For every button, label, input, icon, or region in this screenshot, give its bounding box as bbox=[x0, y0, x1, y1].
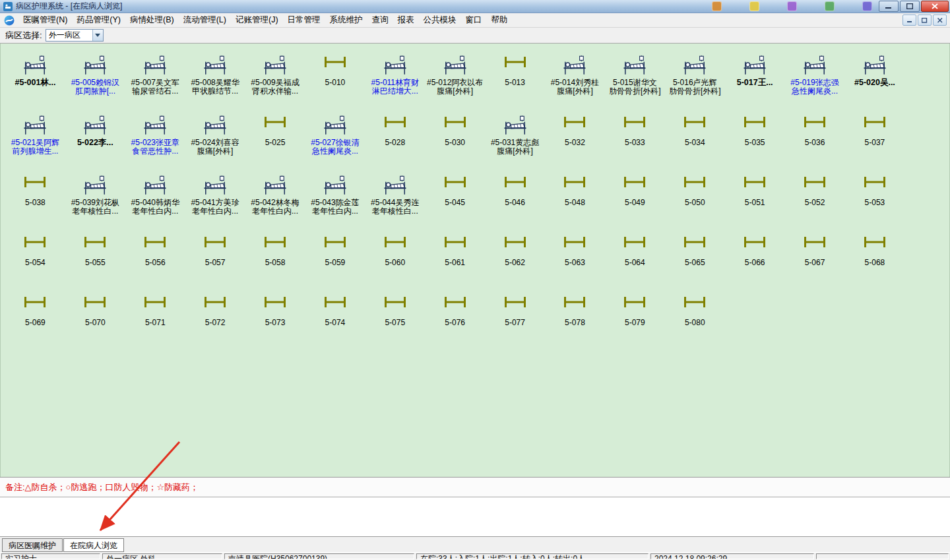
menu-item[interactable]: 公共模块 bbox=[419, 13, 461, 28]
bed-cell[interactable]: 5-073 bbox=[245, 286, 305, 346]
bed-cell[interactable]: 5-070 bbox=[65, 286, 125, 346]
bed-label: 5-038 bbox=[25, 198, 46, 207]
bed-cell[interactable]: #5-008吴耀华甲状腺结节... bbox=[185, 46, 245, 106]
bed-cell[interactable]: 5-037 bbox=[844, 106, 904, 166]
bed-cell[interactable]: 5-010 bbox=[305, 46, 365, 106]
bed-cell[interactable]: 5-016卢光辉肋骨骨折[外科] bbox=[665, 46, 725, 106]
bed-cell[interactable]: 5-033 bbox=[605, 106, 665, 166]
mdi-close-button[interactable] bbox=[933, 15, 947, 26]
bed-cell[interactable]: 5-069 bbox=[5, 286, 65, 346]
bed-cell[interactable]: 5-059 bbox=[305, 226, 365, 286]
bed-cell[interactable]: 5-072 bbox=[185, 286, 245, 346]
bed-label: #5-012阿衣以布 bbox=[427, 78, 483, 87]
bed-cell[interactable]: 5-013 bbox=[485, 46, 545, 106]
bed-cell[interactable]: #5-011林育财淋巴结增大... bbox=[365, 46, 425, 106]
bed-cell[interactable]: 5-015谢华文肋骨骨折[外科] bbox=[605, 46, 665, 106]
minimize-button[interactable] bbox=[879, 1, 899, 12]
maximize-button[interactable] bbox=[900, 1, 920, 12]
bed-cell[interactable]: #5-014刘秀桂腹痛[外科] bbox=[545, 46, 605, 106]
bed-cell[interactable]: #5-009吴福成肾积水伴输... bbox=[245, 46, 305, 106]
bed-cell[interactable]: 5-049 bbox=[605, 166, 665, 226]
bed-cell[interactable]: 5-053 bbox=[844, 166, 904, 226]
chevron-down-icon[interactable] bbox=[92, 30, 103, 41]
bed-cell[interactable]: 5-065 bbox=[665, 226, 725, 286]
menu-item[interactable]: 药品管理(Y) bbox=[72, 13, 125, 28]
menu-item[interactable]: 记账管理(J) bbox=[231, 13, 283, 28]
bed-cell[interactable]: #5-023张亚章食管恶性肿... bbox=[125, 106, 185, 166]
bed-cell[interactable]: #5-019张志强急性阑尾炎... bbox=[785, 46, 845, 106]
bed-cell[interactable]: 5-074 bbox=[305, 286, 365, 346]
bed-cell[interactable]: 5-062 bbox=[485, 226, 545, 286]
bed-cell[interactable]: #5-024刘喜容腹痛[外科] bbox=[185, 106, 245, 166]
bed-cell[interactable]: #5-042林冬梅老年性白内... bbox=[245, 166, 305, 226]
bed-cell[interactable]: 5-061 bbox=[425, 226, 485, 286]
bed-cell[interactable]: 5-063 bbox=[545, 226, 605, 286]
tab-inpatient-browse[interactable]: 在院病人浏览 bbox=[63, 538, 124, 552]
bed-label: #5-014刘秀桂 bbox=[551, 78, 599, 87]
bed-cell[interactable]: 5-017王... bbox=[725, 46, 785, 106]
bed-cell[interactable]: #5-005赖锦汉肛周脓肿[... bbox=[65, 46, 125, 106]
bed-cell[interactable]: 5-051 bbox=[725, 166, 785, 226]
bed-cell[interactable]: 5-035 bbox=[725, 106, 785, 166]
bed-cell[interactable]: 5-077 bbox=[485, 286, 545, 346]
bed-cell[interactable]: 5-034 bbox=[665, 106, 725, 166]
bed-cell[interactable]: 5-038 bbox=[5, 166, 65, 226]
menu-item[interactable]: 帮助 bbox=[487, 13, 513, 28]
bed-cell[interactable]: 5-052 bbox=[785, 166, 845, 226]
bed-label: 5-067 bbox=[805, 258, 825, 267]
bed-cell[interactable]: #5-001林... bbox=[5, 46, 65, 106]
bed-cell[interactable]: 5-076 bbox=[425, 286, 485, 346]
bed-cell[interactable]: 5-078 bbox=[545, 286, 605, 346]
bed-cell[interactable]: 5-054 bbox=[5, 226, 65, 286]
menu-item[interactable]: 病情处理(B) bbox=[125, 13, 179, 28]
bed-cell[interactable]: 5-068 bbox=[844, 226, 904, 286]
close-button[interactable] bbox=[921, 1, 949, 12]
bed-cell[interactable]: 5-060 bbox=[365, 226, 425, 286]
bed-cell[interactable]: #5-040韩炳华老年性白内... bbox=[125, 166, 185, 226]
menu-item[interactable]: 日常管理 bbox=[283, 13, 325, 28]
bed-cell[interactable]: 5-050 bbox=[665, 166, 725, 226]
bed-cell[interactable]: 5-055 bbox=[65, 226, 125, 286]
bed-cell[interactable]: #5-039刘花枞老年核性白... bbox=[65, 166, 125, 226]
bed-cell[interactable]: 5-046 bbox=[485, 166, 545, 226]
bed-cell[interactable]: #5-021吴阿辉前列腺增生... bbox=[5, 106, 65, 166]
bed-cell[interactable]: #5-043陈金莲老年性白内... bbox=[305, 166, 365, 226]
bed-cell[interactable]: #5-020吴... bbox=[844, 46, 904, 106]
menu-item[interactable]: 查询 bbox=[367, 13, 393, 28]
bed-cell[interactable]: 5-071 bbox=[125, 286, 185, 346]
bed-cell[interactable]: 5-045 bbox=[425, 166, 485, 226]
mdi-minimize-button[interactable] bbox=[902, 15, 916, 26]
bed-cell[interactable]: 5-080 bbox=[665, 286, 725, 346]
menu-item[interactable]: 报表 bbox=[393, 13, 419, 28]
bed-cell[interactable]: 5-056 bbox=[125, 226, 185, 286]
bed-cell[interactable]: 5-057 bbox=[185, 226, 245, 286]
bed-cell[interactable]: 5-036 bbox=[785, 106, 845, 166]
menu-item[interactable]: 医嘱管理(N) bbox=[18, 13, 72, 28]
bed-cell[interactable]: 5-032 bbox=[545, 106, 605, 166]
bed-cell[interactable]: 5-058 bbox=[245, 226, 305, 286]
bed-cell[interactable]: #5-027徐银清急性阑尾炎... bbox=[305, 106, 365, 166]
menu-item[interactable]: 流动管理(L) bbox=[179, 13, 231, 28]
tab-ward-orders[interactable]: 病区医嘱维护 bbox=[2, 538, 63, 552]
bed-cell[interactable]: #5-031黄志彪腹痛[外科] bbox=[485, 106, 545, 166]
bed-cell[interactable]: 5-048 bbox=[545, 166, 605, 226]
bed-cell[interactable]: #5-007吴文军输尿管结石... bbox=[125, 46, 185, 106]
desktop-icon bbox=[825, 1, 835, 11]
empty-bed-icon bbox=[84, 230, 106, 257]
bed-cell[interactable]: #5-012阿衣以布腹痛[外科] bbox=[425, 46, 485, 106]
mdi-restore-button[interactable] bbox=[918, 15, 932, 26]
bed-cell[interactable]: 5-075 bbox=[365, 286, 425, 346]
bed-cell[interactable]: 5-067 bbox=[785, 226, 845, 286]
bed-cell[interactable]: 5-028 bbox=[365, 106, 425, 166]
bed-cell[interactable]: 5-079 bbox=[605, 286, 665, 346]
bed-cell[interactable]: 5-030 bbox=[425, 106, 485, 166]
bed-cell[interactable]: 5-066 bbox=[725, 226, 785, 286]
ward-select-combobox[interactable]: 外一病区 bbox=[46, 29, 104, 42]
menu-item[interactable]: 窗口 bbox=[461, 13, 487, 28]
bed-cell[interactable]: 5-064 bbox=[605, 226, 665, 286]
bed-cell[interactable]: 5-022李... bbox=[65, 106, 125, 166]
bed-cell[interactable]: #5-044吴秀连老年核性白... bbox=[365, 166, 425, 226]
bed-cell[interactable]: #5-041方美珍老年性白内... bbox=[185, 166, 245, 226]
menu-item[interactable]: 系统维护 bbox=[325, 13, 367, 28]
bed-cell[interactable]: 5-025 bbox=[245, 106, 305, 166]
